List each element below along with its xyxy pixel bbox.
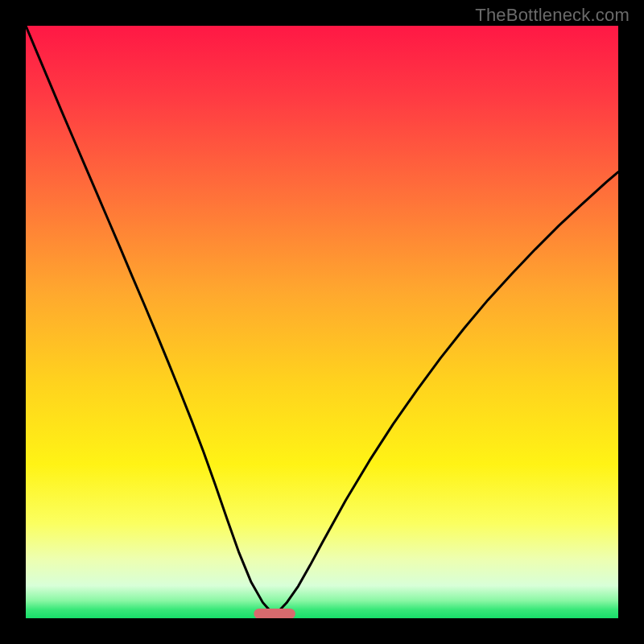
plot-svg (26, 26, 618, 618)
chart-container: TheBottleneck.com (0, 0, 644, 644)
gradient-background (26, 26, 618, 618)
watermark-text: TheBottleneck.com (475, 5, 630, 26)
dip-marker (254, 609, 295, 618)
bottleneck-plot (26, 26, 618, 618)
